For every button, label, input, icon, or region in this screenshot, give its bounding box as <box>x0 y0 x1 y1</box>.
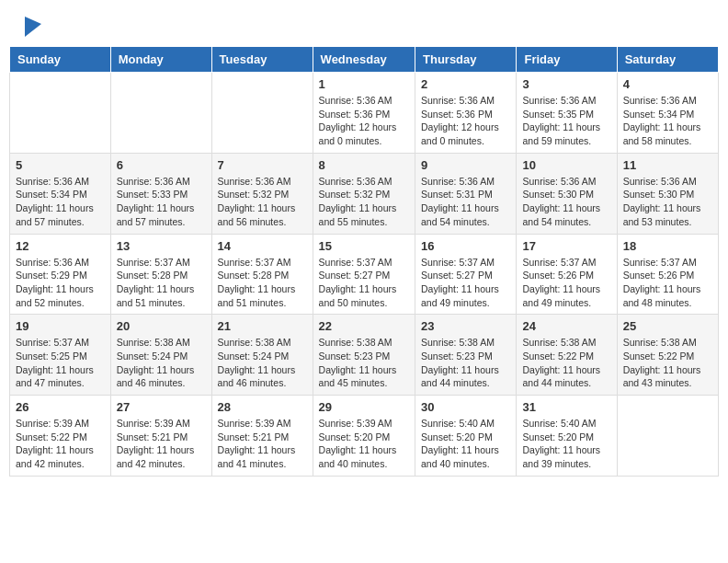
day-number: 23 <box>421 319 510 333</box>
calendar-cell: 4Sunrise: 5:36 AM Sunset: 5:34 PM Daylig… <box>617 73 718 154</box>
day-info: Sunrise: 5:38 AM Sunset: 5:22 PM Dayligh… <box>522 336 610 390</box>
day-number: 6 <box>117 158 206 172</box>
day-number: 14 <box>218 239 307 253</box>
day-info: Sunrise: 5:37 AM Sunset: 5:28 PM Dayligh… <box>218 256 307 310</box>
day-info: Sunrise: 5:40 AM Sunset: 5:20 PM Dayligh… <box>522 417 610 471</box>
day-number: 10 <box>522 158 610 172</box>
day-number: 18 <box>623 239 712 253</box>
calendar-week-2: 5Sunrise: 5:36 AM Sunset: 5:34 PM Daylig… <box>10 153 719 234</box>
calendar-cell: 19Sunrise: 5:37 AM Sunset: 5:25 PM Dayli… <box>10 315 111 396</box>
day-info: Sunrise: 5:36 AM Sunset: 5:30 PM Dayligh… <box>522 175 610 229</box>
day-info: Sunrise: 5:39 AM Sunset: 5:21 PM Dayligh… <box>218 417 307 471</box>
calendar-week-4: 19Sunrise: 5:37 AM Sunset: 5:25 PM Dayli… <box>10 315 719 396</box>
calendar-cell: 11Sunrise: 5:36 AM Sunset: 5:30 PM Dayli… <box>617 153 718 234</box>
day-number: 3 <box>522 77 610 91</box>
day-info: Sunrise: 5:37 AM Sunset: 5:27 PM Dayligh… <box>421 256 510 310</box>
day-info: Sunrise: 5:36 AM Sunset: 5:32 PM Dayligh… <box>218 175 307 229</box>
page-header <box>9 9 719 41</box>
day-info: Sunrise: 5:36 AM Sunset: 5:35 PM Dayligh… <box>522 94 610 148</box>
calendar-cell <box>110 73 211 154</box>
day-info: Sunrise: 5:39 AM Sunset: 5:22 PM Dayligh… <box>16 417 105 471</box>
day-info: Sunrise: 5:38 AM Sunset: 5:23 PM Dayligh… <box>421 336 510 390</box>
day-number: 11 <box>623 158 712 172</box>
logo-icon <box>25 17 41 37</box>
day-info: Sunrise: 5:37 AM Sunset: 5:27 PM Dayligh… <box>319 256 409 310</box>
day-number: 29 <box>319 400 409 414</box>
day-number: 25 <box>623 319 712 333</box>
day-info: Sunrise: 5:37 AM Sunset: 5:26 PM Dayligh… <box>522 256 610 310</box>
calendar-cell: 14Sunrise: 5:37 AM Sunset: 5:28 PM Dayli… <box>211 234 313 315</box>
day-number: 8 <box>319 158 409 172</box>
day-info: Sunrise: 5:38 AM Sunset: 5:24 PM Dayligh… <box>117 336 206 390</box>
weekday-header-row: SundayMondayTuesdayWednesdayThursdayFrid… <box>10 47 719 73</box>
calendar-cell <box>211 73 313 154</box>
day-number: 19 <box>16 319 105 333</box>
calendar-cell: 6Sunrise: 5:36 AM Sunset: 5:33 PM Daylig… <box>110 153 211 234</box>
calendar-cell: 24Sunrise: 5:38 AM Sunset: 5:22 PM Dayli… <box>517 315 617 396</box>
day-number: 9 <box>421 158 510 172</box>
calendar-cell: 10Sunrise: 5:36 AM Sunset: 5:30 PM Dayli… <box>517 153 617 234</box>
calendar-cell: 30Sunrise: 5:40 AM Sunset: 5:20 PM Dayli… <box>415 396 517 477</box>
day-info: Sunrise: 5:36 AM Sunset: 5:32 PM Dayligh… <box>319 175 409 229</box>
weekday-thursday: Thursday <box>415 47 517 73</box>
day-info: Sunrise: 5:36 AM Sunset: 5:31 PM Dayligh… <box>421 175 510 229</box>
svg-marker-0 <box>25 17 41 37</box>
day-number: 28 <box>218 400 307 414</box>
day-info: Sunrise: 5:36 AM Sunset: 5:30 PM Dayligh… <box>623 175 712 229</box>
calendar-cell: 25Sunrise: 5:38 AM Sunset: 5:22 PM Dayli… <box>617 315 718 396</box>
calendar-cell: 27Sunrise: 5:39 AM Sunset: 5:21 PM Dayli… <box>110 396 211 477</box>
day-number: 12 <box>16 239 105 253</box>
calendar-cell: 12Sunrise: 5:36 AM Sunset: 5:29 PM Dayli… <box>10 234 111 315</box>
day-number: 21 <box>218 319 307 333</box>
day-info: Sunrise: 5:37 AM Sunset: 5:28 PM Dayligh… <box>117 256 206 310</box>
calendar-cell: 8Sunrise: 5:36 AM Sunset: 5:32 PM Daylig… <box>313 153 415 234</box>
day-info: Sunrise: 5:36 AM Sunset: 5:36 PM Dayligh… <box>421 94 510 148</box>
calendar-cell: 21Sunrise: 5:38 AM Sunset: 5:24 PM Dayli… <box>211 315 313 396</box>
day-number: 22 <box>319 319 409 333</box>
weekday-saturday: Saturday <box>617 47 718 73</box>
calendar-cell: 2Sunrise: 5:36 AM Sunset: 5:36 PM Daylig… <box>415 73 517 154</box>
day-number: 7 <box>218 158 307 172</box>
day-info: Sunrise: 5:40 AM Sunset: 5:20 PM Dayligh… <box>421 417 510 471</box>
calendar-cell: 31Sunrise: 5:40 AM Sunset: 5:20 PM Dayli… <box>517 396 617 477</box>
day-number: 2 <box>421 77 510 91</box>
calendar-table: SundayMondayTuesdayWednesdayThursdayFrid… <box>9 46 719 477</box>
day-number: 31 <box>522 400 610 414</box>
calendar-cell: 17Sunrise: 5:37 AM Sunset: 5:26 PM Dayli… <box>517 234 617 315</box>
logo <box>23 18 41 37</box>
calendar-cell: 18Sunrise: 5:37 AM Sunset: 5:26 PM Dayli… <box>617 234 718 315</box>
day-number: 26 <box>16 400 105 414</box>
calendar-cell: 23Sunrise: 5:38 AM Sunset: 5:23 PM Dayli… <box>415 315 517 396</box>
calendar-cell: 16Sunrise: 5:37 AM Sunset: 5:27 PM Dayli… <box>415 234 517 315</box>
weekday-tuesday: Tuesday <box>211 47 313 73</box>
day-info: Sunrise: 5:36 AM Sunset: 5:34 PM Dayligh… <box>16 175 105 229</box>
calendar-cell <box>617 396 718 477</box>
calendar-week-3: 12Sunrise: 5:36 AM Sunset: 5:29 PM Dayli… <box>10 234 719 315</box>
calendar-cell: 9Sunrise: 5:36 AM Sunset: 5:31 PM Daylig… <box>415 153 517 234</box>
calendar-cell: 20Sunrise: 5:38 AM Sunset: 5:24 PM Dayli… <box>110 315 211 396</box>
day-number: 13 <box>117 239 206 253</box>
day-number: 4 <box>623 77 712 91</box>
calendar-cell: 5Sunrise: 5:36 AM Sunset: 5:34 PM Daylig… <box>10 153 111 234</box>
day-info: Sunrise: 5:39 AM Sunset: 5:20 PM Dayligh… <box>319 417 409 471</box>
day-number: 16 <box>421 239 510 253</box>
day-number: 5 <box>16 158 105 172</box>
calendar-cell: 7Sunrise: 5:36 AM Sunset: 5:32 PM Daylig… <box>211 153 313 234</box>
day-number: 1 <box>319 77 409 91</box>
day-info: Sunrise: 5:36 AM Sunset: 5:36 PM Dayligh… <box>319 94 409 148</box>
day-info: Sunrise: 5:37 AM Sunset: 5:25 PM Dayligh… <box>16 336 105 390</box>
calendar-cell: 29Sunrise: 5:39 AM Sunset: 5:20 PM Dayli… <box>313 396 415 477</box>
day-number: 24 <box>522 319 610 333</box>
weekday-wednesday: Wednesday <box>313 47 415 73</box>
calendar-week-1: 1Sunrise: 5:36 AM Sunset: 5:36 PM Daylig… <box>10 73 719 154</box>
day-info: Sunrise: 5:38 AM Sunset: 5:22 PM Dayligh… <box>623 336 712 390</box>
calendar-body: 1Sunrise: 5:36 AM Sunset: 5:36 PM Daylig… <box>10 73 719 477</box>
day-info: Sunrise: 5:36 AM Sunset: 5:33 PM Dayligh… <box>117 175 206 229</box>
weekday-friday: Friday <box>517 47 617 73</box>
day-info: Sunrise: 5:38 AM Sunset: 5:24 PM Dayligh… <box>218 336 307 390</box>
day-info: Sunrise: 5:37 AM Sunset: 5:26 PM Dayligh… <box>623 256 712 310</box>
day-info: Sunrise: 5:36 AM Sunset: 5:34 PM Dayligh… <box>623 94 712 148</box>
calendar-cell: 13Sunrise: 5:37 AM Sunset: 5:28 PM Dayli… <box>110 234 211 315</box>
calendar-week-5: 26Sunrise: 5:39 AM Sunset: 5:22 PM Dayli… <box>10 396 719 477</box>
day-number: 27 <box>117 400 206 414</box>
